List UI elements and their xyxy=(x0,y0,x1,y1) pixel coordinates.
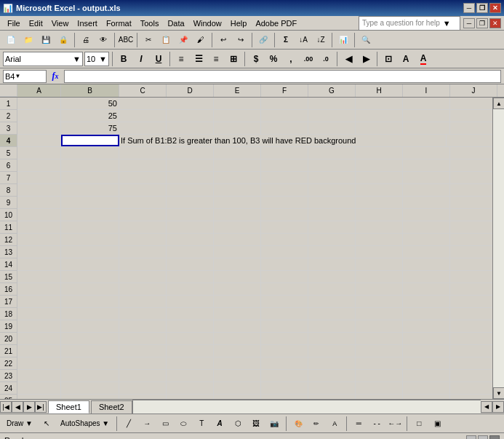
cell-c4[interactable]: If Sum of B1:B2 is greater than 100, B3 … xyxy=(119,135,447,146)
autoshapes-button[interactable]: AutoShapes ▼ xyxy=(57,416,113,432)
cell-c9[interactable] xyxy=(119,197,167,208)
print-preview-button[interactable]: 👁 xyxy=(95,32,111,48)
menu-view[interactable]: View xyxy=(47,17,73,29)
cell-d10[interactable] xyxy=(167,209,214,221)
cell-b10[interactable] xyxy=(61,209,119,221)
cell-i6[interactable] xyxy=(403,159,450,171)
cell-c1[interactable] xyxy=(119,98,167,109)
cell-d5[interactable] xyxy=(167,147,214,159)
cell-d16[interactable] xyxy=(167,283,214,295)
cell-h21[interactable] xyxy=(356,345,403,357)
cell-d18[interactable] xyxy=(167,308,214,320)
cell-b18[interactable] xyxy=(61,308,119,320)
cell-g5[interactable] xyxy=(308,147,356,159)
cell-h16[interactable] xyxy=(356,283,403,295)
menu-insert[interactable]: Insert xyxy=(73,17,102,29)
fill-color-button[interactable]: A xyxy=(398,51,414,67)
cell-j5[interactable] xyxy=(450,147,492,159)
cell-c19[interactable] xyxy=(119,320,167,332)
cell-f5[interactable] xyxy=(261,147,308,159)
cell-c15[interactable] xyxy=(119,271,167,282)
row-22-header[interactable]: 22 xyxy=(0,357,17,370)
increase-indent-button[interactable]: ▶ xyxy=(358,51,374,67)
cell-a21[interactable] xyxy=(17,345,61,357)
cell-j20[interactable] xyxy=(450,333,492,344)
scroll-up-button[interactable]: ▲ xyxy=(493,98,504,109)
cell-e6[interactable] xyxy=(214,159,261,171)
cell-j9[interactable] xyxy=(450,197,492,208)
row-25-header[interactable]: 25 xyxy=(0,395,17,399)
cell-b23[interactable] xyxy=(61,370,119,381)
copy-button[interactable]: 📋 xyxy=(158,32,174,48)
menu-help[interactable]: Help xyxy=(226,17,252,29)
arrow-style-button[interactable]: ←→ xyxy=(387,416,403,432)
cell-f25[interactable] xyxy=(261,395,308,399)
cell-d19[interactable] xyxy=(167,320,214,332)
row-7-header[interactable]: 7 xyxy=(0,172,17,184)
cell-f19[interactable] xyxy=(261,320,308,332)
cell-i17[interactable] xyxy=(403,296,450,307)
formula-input[interactable] xyxy=(64,70,501,83)
cell-b13[interactable] xyxy=(61,246,119,258)
cell-h8[interactable] xyxy=(356,184,403,196)
cell-c16[interactable] xyxy=(119,283,167,295)
cell-g2[interactable] xyxy=(308,110,356,122)
cell-b6[interactable] xyxy=(61,159,119,171)
col-header-a[interactable]: A xyxy=(17,84,61,97)
menu-tools[interactable]: Tools xyxy=(136,17,164,29)
row-17-header[interactable]: 17 xyxy=(0,296,17,308)
cell-c23[interactable] xyxy=(119,370,167,381)
app-minimize-button[interactable]: ─ xyxy=(463,18,475,28)
row-15-header[interactable]: 15 xyxy=(0,271,17,283)
cell-i5[interactable] xyxy=(403,147,450,159)
cell-i20[interactable] xyxy=(403,333,450,344)
cell-b17[interactable] xyxy=(61,296,119,307)
row-20-header[interactable]: 20 xyxy=(0,333,17,345)
cell-e12[interactable] xyxy=(214,234,261,245)
cell-a12[interactable] xyxy=(17,234,61,245)
row-24-header[interactable]: 24 xyxy=(0,382,17,395)
cell-b15[interactable] xyxy=(61,271,119,282)
3d-button[interactable]: ▣ xyxy=(429,416,445,432)
cell-b16[interactable] xyxy=(61,283,119,295)
row-1-header[interactable]: 1 xyxy=(0,98,17,110)
cell-f21[interactable] xyxy=(261,345,308,357)
cell-ref-dropdown[interactable]: ▼ xyxy=(15,73,20,79)
merge-center-button[interactable]: ⊞ xyxy=(225,51,241,67)
cell-a9[interactable] xyxy=(17,197,61,208)
cell-b1[interactable]: 50 xyxy=(61,98,119,109)
row-19-header[interactable]: 19 xyxy=(0,320,17,333)
cell-e21[interactable] xyxy=(214,345,261,357)
text-box-button[interactable]: T xyxy=(193,416,209,432)
cell-i8[interactable] xyxy=(403,184,450,196)
cell-f7[interactable] xyxy=(261,172,308,183)
cell-f14[interactable] xyxy=(261,258,308,270)
cell-e10[interactable] xyxy=(214,209,261,221)
border-button[interactable]: ⊡ xyxy=(380,51,396,67)
cell-j16[interactable] xyxy=(450,283,492,295)
cell-j19[interactable] xyxy=(450,320,492,332)
cell-c12[interactable] xyxy=(119,234,167,245)
cell-j2[interactable] xyxy=(450,110,492,122)
cell-j18[interactable] xyxy=(450,308,492,320)
cell-j24[interactable] xyxy=(450,382,492,394)
cell-e7[interactable] xyxy=(214,172,261,183)
cell-g11[interactable] xyxy=(308,221,356,233)
cell-b11[interactable] xyxy=(61,221,119,233)
col-header-c[interactable]: C xyxy=(119,84,167,97)
row-9-header[interactable]: 9 xyxy=(0,197,17,209)
cell-b14[interactable] xyxy=(61,258,119,270)
cell-e23[interactable] xyxy=(214,370,261,381)
cell-g14[interactable] xyxy=(308,258,356,270)
picture-button[interactable]: 📷 xyxy=(266,416,282,432)
cell-i14[interactable] xyxy=(403,258,450,270)
row-23-header[interactable]: 23 xyxy=(0,370,17,382)
cell-a22[interactable] xyxy=(17,357,61,369)
cell-b20[interactable] xyxy=(61,333,119,344)
menu-format[interactable]: Format xyxy=(102,17,136,29)
cell-j8[interactable] xyxy=(450,184,492,196)
comma-button[interactable]: , xyxy=(283,51,299,67)
cell-i15[interactable] xyxy=(403,271,450,282)
cell-e8[interactable] xyxy=(214,184,261,196)
h-scroll-right-button[interactable]: ▶ xyxy=(492,401,504,413)
